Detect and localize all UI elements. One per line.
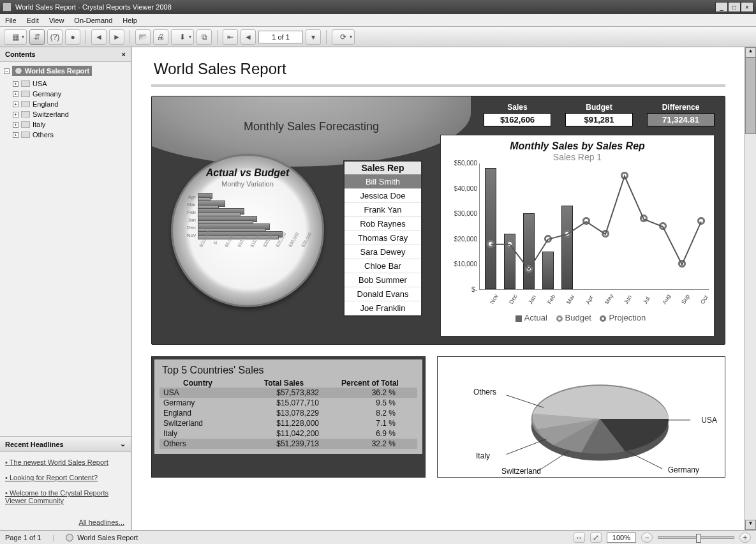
x-tick: Jan <box>527 294 537 305</box>
sidebar-header: Contents × <box>0 47 131 62</box>
sales-rep-item[interactable]: Jessica Doe <box>345 189 421 203</box>
headline-link[interactable]: Welcome to the Crystal Reports Viewer Co… <box>5 489 126 504</box>
y-tick: $- <box>445 286 477 293</box>
sales-rep-item[interactable]: Joe Franklin <box>345 301 421 315</box>
chart-legend: Actual Budget Projection <box>446 313 709 322</box>
menu-ondemand[interactable]: On-Demand <box>69 15 117 26</box>
sales-rep-item[interactable]: Thomas Gray <box>345 231 421 245</box>
status-page: Page 1 of 1 <box>5 534 41 541</box>
tree-root[interactable]: World Sales Report <box>12 66 92 76</box>
tool-refresh[interactable]: ⟳ <box>332 29 355 45</box>
tool-copy[interactable]: ⧉ <box>196 29 212 45</box>
all-headlines-link[interactable]: All headlines... <box>0 518 131 530</box>
sales-rep-header: Sales Rep <box>345 162 421 175</box>
gauge-subtitle: Monthy Variation <box>184 180 311 188</box>
status-doc: World Sales Report <box>77 534 138 541</box>
x-tick: Apr <box>584 294 595 305</box>
y-tick: $20,000 <box>445 236 477 243</box>
table-row: USA$57,573,83236.2 % <box>159 388 417 398</box>
expand-icon[interactable]: + <box>13 132 19 138</box>
tool-export[interactable]: ⬇ <box>171 29 194 45</box>
expand-icon[interactable]: + <box>13 112 19 117</box>
tree-node[interactable]: +England <box>13 99 127 109</box>
tool-help[interactable]: (?) <box>47 29 63 45</box>
x-tick: May <box>604 292 614 305</box>
tree-root-label: World Sales Report <box>25 67 89 75</box>
sales-rep-item[interactable]: Rob Raynes <box>345 217 421 231</box>
tool-open[interactable]: 📂 <box>135 29 151 45</box>
tool-view-mode[interactable]: ▦ <box>4 29 27 45</box>
zoom-out-button[interactable]: − <box>641 533 653 543</box>
zoom-slider[interactable] <box>658 536 734 539</box>
tree-node[interactable]: +Italy <box>13 119 127 130</box>
sales-rep-item[interactable]: Donald Evans <box>345 287 421 301</box>
close-button[interactable]: × <box>741 2 753 12</box>
menu-help[interactable]: Help <box>117 15 142 26</box>
sales-rep-item[interactable]: Frank Yan <box>345 203 421 217</box>
legend-projection: Projection <box>609 313 646 322</box>
zoom-slider-knob[interactable] <box>696 534 701 543</box>
kpi-sales-label: Sales <box>484 103 551 112</box>
fit-width-button[interactable]: ↔ <box>574 533 585 543</box>
fit-page-button[interactable]: ⤢ <box>590 533 602 543</box>
tree-node-label: Switzerland <box>33 110 69 118</box>
tool-record[interactable]: ● <box>65 29 80 45</box>
tool-nav-back[interactable]: ◄ <box>91 29 107 45</box>
scroll-thumb[interactable] <box>745 57 756 134</box>
vertical-scrollbar[interactable]: ▲ ▼ <box>745 47 756 530</box>
sidebar-close-icon[interactable]: × <box>122 50 126 58</box>
svg-line-5 <box>538 451 569 471</box>
x-tick: Jul <box>642 296 651 305</box>
pie-label-italy: Italy <box>476 451 490 460</box>
flag-icon <box>21 80 30 87</box>
tool-prev-page[interactable]: ◄ <box>241 29 256 45</box>
tree-node[interactable]: +Others <box>13 130 127 140</box>
tree-node[interactable]: +Switzerland <box>13 109 127 119</box>
page-indicator[interactable]: 1 of 1 <box>258 31 303 43</box>
legend-actual: Actual <box>524 313 547 322</box>
expand-icon[interactable]: + <box>13 81 19 87</box>
flag-icon <box>21 91 30 97</box>
expand-icon[interactable]: + <box>13 102 19 107</box>
recent-panel: Recent Headlines ⌄ The newest World Sale… <box>0 436 131 530</box>
maximize-button[interactable]: □ <box>728 2 741 12</box>
flag-icon <box>21 132 30 138</box>
x-tick: Nov <box>489 293 500 305</box>
tool-first-page[interactable]: ⇤ <box>223 29 238 45</box>
headline-link[interactable]: The newest World Sales Report <box>5 458 126 466</box>
sales-rep-item[interactable]: Bill Smith <box>345 175 421 189</box>
scroll-up-icon[interactable]: ▲ <box>745 47 756 57</box>
sales-rep-item[interactable]: Bob Summer <box>345 273 421 287</box>
svg-line-3 <box>625 450 662 469</box>
tree-node[interactable]: +Germany <box>13 89 127 99</box>
expand-icon[interactable]: + <box>13 122 19 128</box>
menu-edit[interactable]: Edit <box>22 15 44 26</box>
scroll-down-icon[interactable]: ▼ <box>745 520 756 530</box>
tree-node[interactable]: +USA <box>13 79 127 89</box>
x-tick: Aug <box>661 293 672 305</box>
sales-rep-item[interactable]: Chloe Bar <box>345 259 421 273</box>
zoom-in-button[interactable]: + <box>739 533 751 543</box>
chevron-down-icon[interactable]: ⌄ <box>120 440 126 448</box>
zoom-value[interactable]: 100% <box>607 533 636 543</box>
x-tick: Jun <box>623 294 633 305</box>
legend-budget-swatch <box>556 315 563 322</box>
sales-rep-item[interactable]: Sara Dewey <box>345 245 421 259</box>
tool-group-tree[interactable]: ⇵ <box>29 29 45 45</box>
tree-node-label: USA <box>33 80 47 87</box>
table-title: Top 5 Countries' Sales <box>162 365 417 376</box>
menu-view[interactable]: View <box>44 15 70 26</box>
tool-print[interactable]: 🖨 <box>153 29 168 45</box>
x-tick: Oct <box>699 294 709 305</box>
flag-icon <box>21 111 30 117</box>
menu-file[interactable]: File <box>0 15 22 26</box>
menu-bar: File Edit View On-Demand Help <box>0 14 756 27</box>
tree-collapse-icon[interactable]: − <box>4 68 10 74</box>
tool-nav-forward[interactable]: ► <box>109 29 124 45</box>
table-row: Switzerland$11,228,0007.1 % <box>159 418 417 428</box>
toolbar-sep <box>85 30 86 44</box>
tool-page-dropdown[interactable]: ▾ <box>306 29 321 45</box>
minimize-button[interactable]: _ <box>715 2 728 12</box>
headline-link[interactable]: Looking for Report Content? <box>5 474 126 481</box>
expand-icon[interactable]: + <box>13 91 19 97</box>
